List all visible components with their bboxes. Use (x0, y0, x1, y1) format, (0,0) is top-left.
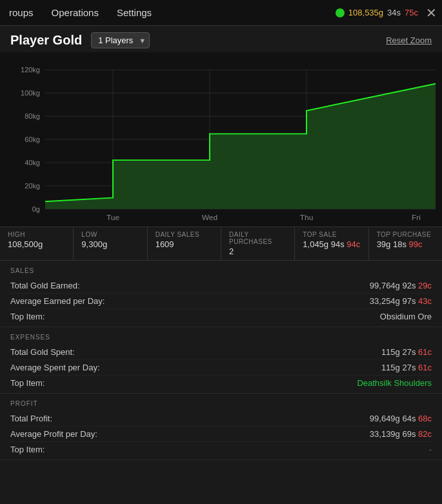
top-purchase-value: 39g 18s 99c (377, 239, 434, 249)
top-sale-value: 1,045g 94s 94c (303, 239, 360, 249)
sales-row-0: Total Gold Earned: 99,764g 92s 29c (10, 278, 432, 294)
chart-area: 120kg 100kg 80kg 60kg 40kg 20kg 0g Tue W… (0, 52, 442, 227)
expenses-row-0: Total Gold Spent: 115g 27s 61c (10, 345, 432, 360)
svg-text:100kg: 100kg (21, 89, 40, 97)
sales-row-1-value: 33,254g 97s 43c (370, 296, 432, 306)
stat-daily-purchases: DAILY PURCHASES 2 (221, 227, 295, 260)
sales-row-0-value: 99,764g 92s 29c (370, 281, 432, 290)
svg-text:Fri: Fri (412, 213, 421, 222)
expenses-row-2-label: Top Item: (10, 378, 45, 388)
copper-amount: 75c (405, 8, 418, 17)
sales-row-1-label: Average Earned per Day: (10, 296, 105, 306)
chart-title: Player Gold (10, 33, 82, 48)
sales-row-0-label: Total Gold Earned: (10, 281, 80, 290)
expenses-row-0-label: Total Gold Spent: (10, 347, 75, 357)
profit-row-1-label: Average Profit per Day: (10, 429, 97, 439)
expenses-section: EXPENSES Total Gold Spent: 115g 27s 61c … (0, 327, 442, 394)
daily-sales-value: 1609 (156, 239, 213, 249)
reset-zoom-button[interactable]: Reset Zoom (386, 35, 432, 45)
players-dropdown[interactable]: 1 Players (91, 32, 150, 48)
svg-text:Wed: Wed (202, 213, 217, 222)
sales-row-2: Top Item: Obsidium Ore (10, 309, 432, 324)
profit-row-0-value: 99,649g 64s 68c (370, 414, 432, 423)
profit-row-2: Top Item: - (10, 442, 432, 457)
expenses-row-1-label: Average Spent per Day: (10, 363, 100, 372)
expenses-title: EXPENSES (10, 334, 432, 341)
status-dot-icon (336, 8, 345, 17)
expenses-row-1: Average Spent per Day: 115g 27s 61c (10, 360, 432, 376)
sales-row-1: Average Earned per Day: 33,254g 97s 43c (10, 294, 432, 309)
high-label: HIGH (8, 231, 65, 238)
topbar: roups Operations Settings 108,535g 34s 7… (0, 0, 442, 26)
profit-row-0: Total Profit: 99,649g 64s 68c (10, 411, 432, 427)
gold-amount: 108,535g (348, 8, 383, 17)
sales-title: SALES (10, 267, 432, 274)
svg-text:20kg: 20kg (25, 182, 40, 190)
stat-top-purchase: TOP PURCHASE 39g 18s 99c (369, 227, 442, 260)
chart-svg: 120kg 100kg 80kg 60kg 40kg 20kg 0g Tue W… (0, 57, 442, 227)
svg-text:Thu: Thu (300, 213, 314, 222)
svg-text:120kg: 120kg (21, 66, 40, 74)
stat-daily-sales: DAILY SALES 1609 (148, 227, 221, 260)
svg-text:60kg: 60kg (25, 136, 40, 143)
svg-text:80kg: 80kg (25, 112, 40, 120)
top-purchase-label: TOP PURCHASE (377, 231, 434, 238)
close-button[interactable]: ✕ (426, 5, 437, 21)
svg-text:40kg: 40kg (25, 159, 40, 166)
expenses-row-0-value: 115g 27s 61c (381, 347, 432, 357)
sales-row-2-value: Obsidium Ore (380, 312, 432, 321)
stat-top-sale: TOP SALE 1,045g 94s 94c (295, 227, 368, 260)
sales-section: SALES Total Gold Earned: 99,764g 92s 29c… (0, 261, 442, 327)
players-dropdown-wrap[interactable]: 1 Players ▼ (91, 32, 150, 48)
daily-purchases-label: DAILY PURCHASES (229, 231, 286, 245)
low-label: LOW (81, 231, 139, 238)
nav-groups[interactable]: roups (5, 5, 37, 21)
chart-header: Player Gold 1 Players ▼ Reset Zoom (0, 26, 442, 52)
expenses-row-2: Top Item: Deathsilk Shoulders (10, 376, 432, 390)
nav-operations[interactable]: Operations (48, 5, 103, 21)
svg-text:Tue: Tue (106, 213, 120, 222)
profit-title: PROFIT (10, 400, 432, 407)
daily-sales-label: DAILY SALES (156, 231, 213, 238)
stat-low: LOW 9,300g (74, 227, 147, 260)
stats-row: HIGH 108,500g LOW 9,300g DAILY SALES 160… (0, 227, 442, 261)
sales-row-2-label: Top Item: (10, 312, 45, 321)
profit-section: PROFIT Total Profit: 99,649g 64s 68c Ave… (0, 394, 442, 460)
silver-amount: 34s (387, 8, 401, 17)
expenses-row-2-value: Deathsilk Shoulders (357, 378, 432, 388)
topbar-status: 108,535g 34s 75c (336, 8, 418, 17)
expenses-row-1-value: 115g 27s 61c (381, 363, 432, 372)
nav-settings[interactable]: Settings (113, 5, 156, 21)
profit-row-2-value: - (429, 445, 432, 454)
topbar-nav: roups Operations Settings (5, 5, 336, 21)
low-value: 9,300g (81, 239, 139, 249)
profit-row-0-label: Total Profit: (10, 414, 52, 423)
svg-text:0g: 0g (32, 205, 40, 213)
daily-purchases-value: 2 (229, 247, 286, 256)
profit-row-2-label: Top Item: (10, 445, 45, 454)
high-value: 108,500g (8, 239, 65, 249)
profit-row-1-value: 33,139g 69s 82c (370, 429, 432, 439)
top-sale-label: TOP SALE (303, 231, 360, 238)
stat-high: HIGH 108,500g (0, 227, 74, 260)
profit-row-1: Average Profit per Day: 33,139g 69s 82c (10, 427, 432, 442)
